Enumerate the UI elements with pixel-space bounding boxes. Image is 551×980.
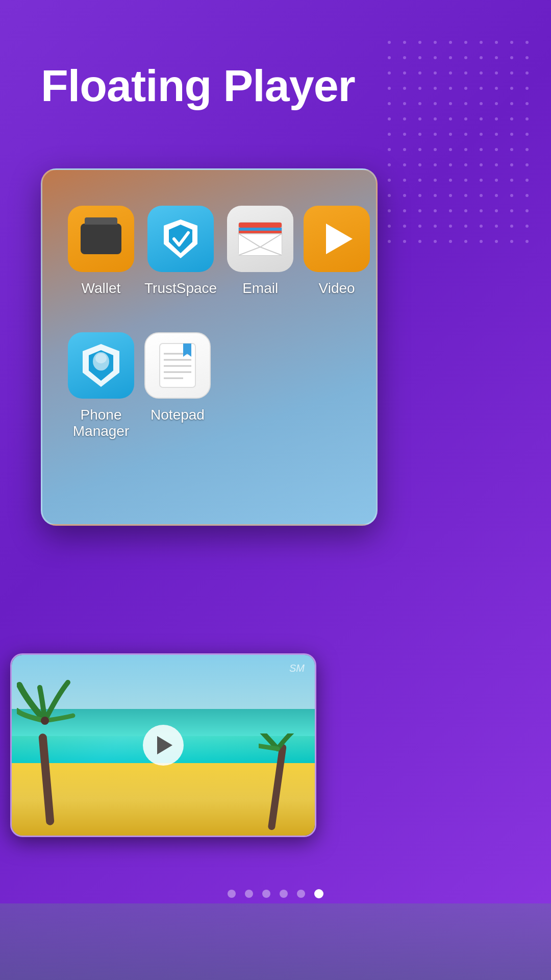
page-title: Floating Player [41, 61, 355, 111]
phone-mockup: Wallet TrustSpace [41, 168, 378, 526]
video-play-icon [326, 224, 353, 254]
palm-left [22, 693, 73, 825]
phone-manager-label: Phone Manager [68, 407, 134, 439]
page-dot-5[interactable] [297, 890, 305, 898]
phone-manager-icon [68, 332, 134, 399]
notepad-icon [144, 332, 211, 399]
shield-svg [163, 218, 198, 259]
svg-rect-4 [239, 228, 282, 231]
app-item-email[interactable]: Email [222, 195, 298, 307]
trustspace-label: TrustSpace [144, 280, 217, 297]
page-indicators [228, 889, 323, 898]
svg-point-21 [41, 717, 49, 725]
wallet-icon [68, 206, 134, 272]
decorative-dots [388, 41, 531, 245]
palm-right-svg [259, 733, 299, 836]
bottom-partial-content [0, 903, 551, 980]
video-play-button[interactable] [143, 725, 184, 766]
page-dot-1[interactable] [228, 890, 236, 898]
svg-rect-3 [239, 223, 282, 228]
page-dot-4[interactable] [280, 890, 288, 898]
video-background: SM [12, 655, 315, 836]
video-icon [304, 206, 370, 272]
app-grid-row1: Wallet TrustSpace [42, 170, 376, 322]
svg-rect-6 [239, 234, 282, 255]
app-grid-row2: Phone Manager Notepad [42, 322, 376, 465]
app-item-phone-manager[interactable]: Phone Manager [63, 322, 139, 450]
app-item-video[interactable]: Video [298, 195, 375, 307]
app-item-notepad[interactable]: Notepad [139, 322, 216, 450]
video-player[interactable]: SM [10, 653, 316, 837]
app-item-wallet[interactable]: Wallet [63, 195, 139, 307]
app-item-trustspace[interactable]: TrustSpace [139, 195, 222, 307]
video-label: Video [319, 280, 355, 297]
email-label: Email [242, 280, 278, 297]
page-dot-6-active[interactable] [314, 889, 323, 898]
notepad-label: Notepad [151, 407, 205, 423]
video-watermark: SM [289, 663, 305, 674]
palm-leaves-svg [17, 680, 78, 746]
play-triangle-icon [157, 736, 172, 754]
page-dot-2[interactable] [245, 890, 253, 898]
wallet-shape [81, 224, 121, 254]
svg-point-13 [95, 353, 107, 363]
svg-rect-22 [268, 744, 287, 830]
trustspace-icon [147, 206, 214, 272]
wallet-label: Wallet [82, 280, 121, 297]
email-icon [227, 206, 293, 272]
page-dot-3[interactable] [262, 890, 270, 898]
